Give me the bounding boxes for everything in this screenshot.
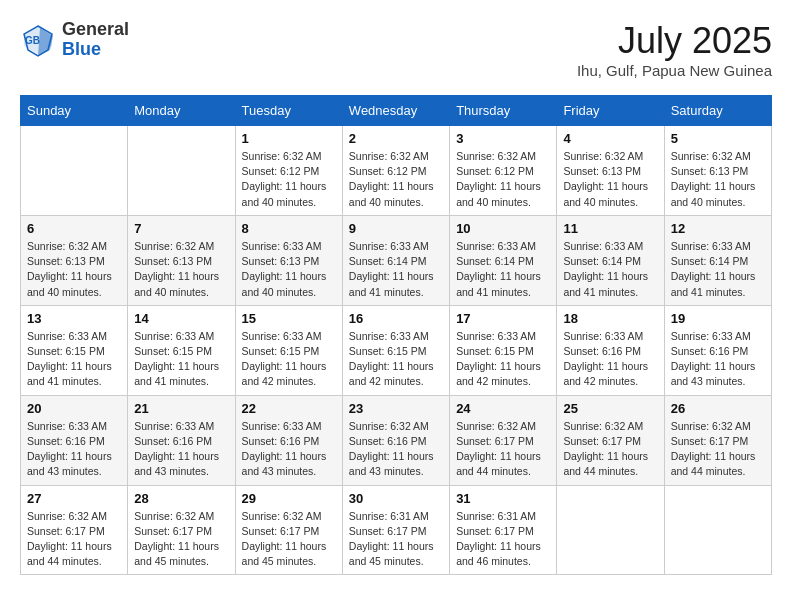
calendar-cell: 23Sunrise: 6:32 AMSunset: 6:16 PMDayligh… xyxy=(342,395,449,485)
day-info: Sunrise: 6:33 AMSunset: 6:15 PMDaylight:… xyxy=(27,329,121,390)
day-info: Sunrise: 6:32 AMSunset: 6:12 PMDaylight:… xyxy=(456,149,550,210)
calendar-cell: 30Sunrise: 6:31 AMSunset: 6:17 PMDayligh… xyxy=(342,485,449,575)
day-number: 20 xyxy=(27,401,121,416)
day-info: Sunrise: 6:33 AMSunset: 6:16 PMDaylight:… xyxy=(27,419,121,480)
calendar-week-4: 20Sunrise: 6:33 AMSunset: 6:16 PMDayligh… xyxy=(21,395,772,485)
day-number: 31 xyxy=(456,491,550,506)
day-number: 30 xyxy=(349,491,443,506)
day-number: 24 xyxy=(456,401,550,416)
day-number: 7 xyxy=(134,221,228,236)
calendar-cell xyxy=(664,485,771,575)
day-number: 8 xyxy=(242,221,336,236)
day-number: 5 xyxy=(671,131,765,146)
day-info: Sunrise: 6:33 AMSunset: 6:14 PMDaylight:… xyxy=(349,239,443,300)
day-info: Sunrise: 6:33 AMSunset: 6:14 PMDaylight:… xyxy=(671,239,765,300)
day-number: 26 xyxy=(671,401,765,416)
calendar-cell: 24Sunrise: 6:32 AMSunset: 6:17 PMDayligh… xyxy=(450,395,557,485)
day-number: 18 xyxy=(563,311,657,326)
day-header-sunday: Sunday xyxy=(21,96,128,126)
day-info: Sunrise: 6:32 AMSunset: 6:17 PMDaylight:… xyxy=(27,509,121,570)
logo: GB General Blue xyxy=(20,20,129,60)
calendar-week-2: 6Sunrise: 6:32 AMSunset: 6:13 PMDaylight… xyxy=(21,215,772,305)
title-block: July 2025 Ihu, Gulf, Papua New Guinea xyxy=(577,20,772,79)
day-info: Sunrise: 6:33 AMSunset: 6:13 PMDaylight:… xyxy=(242,239,336,300)
day-number: 16 xyxy=(349,311,443,326)
calendar-cell: 22Sunrise: 6:33 AMSunset: 6:16 PMDayligh… xyxy=(235,395,342,485)
day-info: Sunrise: 6:33 AMSunset: 6:14 PMDaylight:… xyxy=(456,239,550,300)
calendar-cell: 1Sunrise: 6:32 AMSunset: 6:12 PMDaylight… xyxy=(235,126,342,216)
calendar-cell: 26Sunrise: 6:32 AMSunset: 6:17 PMDayligh… xyxy=(664,395,771,485)
day-info: Sunrise: 6:33 AMSunset: 6:15 PMDaylight:… xyxy=(456,329,550,390)
day-info: Sunrise: 6:32 AMSunset: 6:17 PMDaylight:… xyxy=(456,419,550,480)
day-header-friday: Friday xyxy=(557,96,664,126)
day-info: Sunrise: 6:33 AMSunset: 6:16 PMDaylight:… xyxy=(671,329,765,390)
calendar-cell xyxy=(128,126,235,216)
day-header-monday: Monday xyxy=(128,96,235,126)
day-info: Sunrise: 6:33 AMSunset: 6:15 PMDaylight:… xyxy=(134,329,228,390)
day-header-wednesday: Wednesday xyxy=(342,96,449,126)
calendar-cell: 21Sunrise: 6:33 AMSunset: 6:16 PMDayligh… xyxy=(128,395,235,485)
day-info: Sunrise: 6:33 AMSunset: 6:16 PMDaylight:… xyxy=(563,329,657,390)
calendar-cell: 12Sunrise: 6:33 AMSunset: 6:14 PMDayligh… xyxy=(664,215,771,305)
day-info: Sunrise: 6:33 AMSunset: 6:15 PMDaylight:… xyxy=(242,329,336,390)
day-number: 6 xyxy=(27,221,121,236)
day-number: 29 xyxy=(242,491,336,506)
calendar-cell: 2Sunrise: 6:32 AMSunset: 6:12 PMDaylight… xyxy=(342,126,449,216)
day-info: Sunrise: 6:33 AMSunset: 6:16 PMDaylight:… xyxy=(134,419,228,480)
day-info: Sunrise: 6:32 AMSunset: 6:13 PMDaylight:… xyxy=(134,239,228,300)
day-number: 28 xyxy=(134,491,228,506)
month-year: July 2025 xyxy=(577,20,772,62)
calendar-cell: 18Sunrise: 6:33 AMSunset: 6:16 PMDayligh… xyxy=(557,305,664,395)
logo-icon: GB xyxy=(20,22,56,58)
day-number: 3 xyxy=(456,131,550,146)
day-number: 23 xyxy=(349,401,443,416)
day-info: Sunrise: 6:32 AMSunset: 6:13 PMDaylight:… xyxy=(671,149,765,210)
calendar-week-3: 13Sunrise: 6:33 AMSunset: 6:15 PMDayligh… xyxy=(21,305,772,395)
calendar-cell: 27Sunrise: 6:32 AMSunset: 6:17 PMDayligh… xyxy=(21,485,128,575)
calendar-cell: 25Sunrise: 6:32 AMSunset: 6:17 PMDayligh… xyxy=(557,395,664,485)
calendar-table: SundayMondayTuesdayWednesdayThursdayFrid… xyxy=(20,95,772,575)
calendar-cell: 15Sunrise: 6:33 AMSunset: 6:15 PMDayligh… xyxy=(235,305,342,395)
calendar-cell: 17Sunrise: 6:33 AMSunset: 6:15 PMDayligh… xyxy=(450,305,557,395)
day-info: Sunrise: 6:32 AMSunset: 6:12 PMDaylight:… xyxy=(242,149,336,210)
day-number: 9 xyxy=(349,221,443,236)
day-number: 1 xyxy=(242,131,336,146)
day-info: Sunrise: 6:32 AMSunset: 6:17 PMDaylight:… xyxy=(671,419,765,480)
calendar-header-row: SundayMondayTuesdayWednesdayThursdayFrid… xyxy=(21,96,772,126)
calendar-cell: 4Sunrise: 6:32 AMSunset: 6:13 PMDaylight… xyxy=(557,126,664,216)
calendar-cell: 19Sunrise: 6:33 AMSunset: 6:16 PMDayligh… xyxy=(664,305,771,395)
day-number: 11 xyxy=(563,221,657,236)
day-info: Sunrise: 6:32 AMSunset: 6:16 PMDaylight:… xyxy=(349,419,443,480)
calendar-cell: 8Sunrise: 6:33 AMSunset: 6:13 PMDaylight… xyxy=(235,215,342,305)
page-header: GB General Blue July 2025 Ihu, Gulf, Pap… xyxy=(20,20,772,79)
calendar-cell: 9Sunrise: 6:33 AMSunset: 6:14 PMDaylight… xyxy=(342,215,449,305)
logo-text: General Blue xyxy=(62,20,129,60)
calendar-cell: 3Sunrise: 6:32 AMSunset: 6:12 PMDaylight… xyxy=(450,126,557,216)
svg-text:GB: GB xyxy=(25,35,40,46)
calendar-cell: 31Sunrise: 6:31 AMSunset: 6:17 PMDayligh… xyxy=(450,485,557,575)
day-info: Sunrise: 6:33 AMSunset: 6:15 PMDaylight:… xyxy=(349,329,443,390)
day-info: Sunrise: 6:32 AMSunset: 6:12 PMDaylight:… xyxy=(349,149,443,210)
day-info: Sunrise: 6:32 AMSunset: 6:13 PMDaylight:… xyxy=(27,239,121,300)
calendar-cell: 14Sunrise: 6:33 AMSunset: 6:15 PMDayligh… xyxy=(128,305,235,395)
day-info: Sunrise: 6:32 AMSunset: 6:17 PMDaylight:… xyxy=(134,509,228,570)
calendar-cell: 13Sunrise: 6:33 AMSunset: 6:15 PMDayligh… xyxy=(21,305,128,395)
calendar-cell: 10Sunrise: 6:33 AMSunset: 6:14 PMDayligh… xyxy=(450,215,557,305)
calendar-week-1: 1Sunrise: 6:32 AMSunset: 6:12 PMDaylight… xyxy=(21,126,772,216)
day-number: 22 xyxy=(242,401,336,416)
day-header-saturday: Saturday xyxy=(664,96,771,126)
day-info: Sunrise: 6:31 AMSunset: 6:17 PMDaylight:… xyxy=(349,509,443,570)
location: Ihu, Gulf, Papua New Guinea xyxy=(577,62,772,79)
day-info: Sunrise: 6:32 AMSunset: 6:17 PMDaylight:… xyxy=(242,509,336,570)
day-number: 21 xyxy=(134,401,228,416)
calendar-cell: 28Sunrise: 6:32 AMSunset: 6:17 PMDayligh… xyxy=(128,485,235,575)
day-number: 2 xyxy=(349,131,443,146)
calendar-cell: 29Sunrise: 6:32 AMSunset: 6:17 PMDayligh… xyxy=(235,485,342,575)
day-header-thursday: Thursday xyxy=(450,96,557,126)
calendar-cell xyxy=(557,485,664,575)
calendar-week-5: 27Sunrise: 6:32 AMSunset: 6:17 PMDayligh… xyxy=(21,485,772,575)
calendar-cell: 16Sunrise: 6:33 AMSunset: 6:15 PMDayligh… xyxy=(342,305,449,395)
day-info: Sunrise: 6:33 AMSunset: 6:14 PMDaylight:… xyxy=(563,239,657,300)
day-info: Sunrise: 6:32 AMSunset: 6:13 PMDaylight:… xyxy=(563,149,657,210)
day-number: 15 xyxy=(242,311,336,326)
